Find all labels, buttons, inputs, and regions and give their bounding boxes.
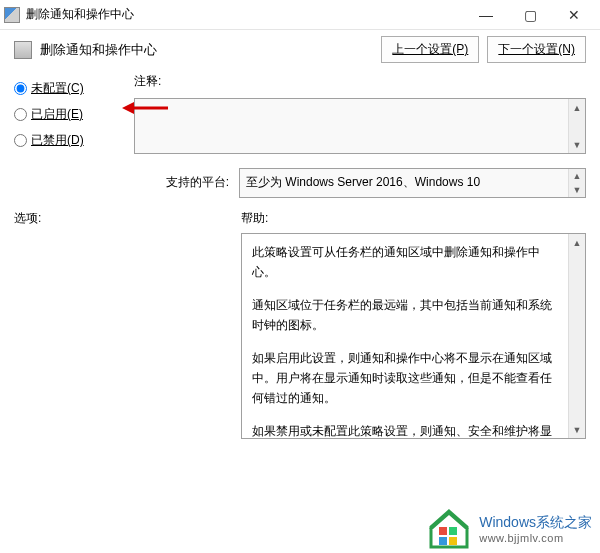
scroll-down-icon[interactable]: ▼ (569, 421, 585, 438)
radio-group: 未配置(C) 已启用(E) 已禁用(D) (14, 73, 124, 155)
radio-disabled[interactable]: 已禁用(D) (14, 129, 124, 151)
comment-scrollbar[interactable]: ▲ ▼ (568, 99, 585, 153)
app-icon (4, 7, 20, 23)
bottom-section: 选项: 帮助: 此策略设置可从任务栏的通知区域中删除通知和操作中心。 通知区域位… (0, 198, 600, 439)
window-title: 删除通知和操作中心 (26, 6, 464, 23)
supported-on-box: 至少为 Windows Server 2016、Windows 10 ▲ ▼ (239, 168, 586, 198)
watermark: Windows系统之家 www.bjjmlv.com (419, 505, 600, 553)
svg-rect-6 (449, 537, 457, 545)
config-area: 未配置(C) 已启用(E) 已禁用(D) 注释: ▲ ▼ 支持的平台: (0, 73, 600, 198)
minimize-button[interactable]: — (464, 0, 508, 29)
scroll-up-icon[interactable]: ▲ (569, 99, 585, 116)
titlebar: 删除通知和操作中心 — ▢ ✕ (0, 0, 600, 30)
scroll-down-icon[interactable]: ▼ (569, 183, 585, 197)
policy-icon (14, 41, 32, 59)
policy-title: 删除通知和操作中心 (40, 41, 381, 59)
watermark-brand: Windows系统之家 (479, 514, 592, 532)
radio-not-configured-input[interactable] (14, 82, 27, 95)
radio-enabled[interactable]: 已启用(E) (14, 103, 124, 125)
svg-marker-7 (429, 511, 469, 529)
help-paragraph: 如果禁用或未配置此策略设置，则通知、安全和维护将显示在任务栏中。 (252, 421, 558, 438)
help-paragraph: 如果启用此设置，则通知和操作中心将不显示在通知区域中。用户将在显示通知时读取这些… (252, 348, 558, 409)
radio-not-configured-label: 未配置(C) (31, 77, 84, 99)
help-paragraph: 此策略设置可从任务栏的通知区域中删除通知和操作中心。 (252, 242, 558, 283)
help-textbox: 此策略设置可从任务栏的通知区域中删除通知和操作中心。 通知区域位于任务栏的最远端… (241, 233, 586, 439)
radio-disabled-input[interactable] (14, 134, 27, 147)
scroll-down-icon[interactable]: ▼ (569, 136, 585, 153)
watermark-url: www.bjjmlv.com (479, 532, 592, 544)
options-column: 选项: (14, 210, 229, 439)
radio-enabled-input[interactable] (14, 108, 27, 121)
help-label: 帮助: (241, 210, 586, 227)
svg-rect-5 (439, 537, 447, 545)
svg-rect-3 (439, 527, 447, 535)
nav-buttons: 上一个设置(P) 下一个设置(N) (381, 36, 586, 63)
next-setting-button[interactable]: 下一个设置(N) (487, 36, 586, 63)
options-label: 选项: (14, 210, 229, 227)
close-button[interactable]: ✕ (552, 0, 596, 29)
prev-setting-button[interactable]: 上一个设置(P) (381, 36, 479, 63)
radio-enabled-label: 已启用(E) (31, 103, 83, 125)
comment-text (135, 99, 568, 153)
supported-scrollbar[interactable]: ▲ ▼ (568, 169, 585, 197)
radio-disabled-label: 已禁用(D) (31, 129, 84, 151)
supported-on-text: 至少为 Windows Server 2016、Windows 10 (240, 169, 568, 197)
radio-not-configured[interactable]: 未配置(C) (14, 77, 124, 99)
help-scrollbar[interactable]: ▲ ▼ (568, 234, 585, 438)
watermark-text-wrap: Windows系统之家 www.bjjmlv.com (479, 514, 592, 544)
scroll-up-icon[interactable]: ▲ (569, 234, 585, 251)
svg-rect-4 (449, 527, 457, 535)
comment-textbox[interactable]: ▲ ▼ (134, 98, 586, 154)
logo-house-icon (427, 509, 471, 549)
comment-label: 注释: (134, 73, 586, 90)
supported-on-label: 支持的平台: (134, 168, 229, 191)
help-paragraph: 通知区域位于任务栏的最远端，其中包括当前通知和系统时钟的图标。 (252, 295, 558, 336)
scroll-up-icon[interactable]: ▲ (569, 169, 585, 183)
help-column: 帮助: 此策略设置可从任务栏的通知区域中删除通知和操作中心。 通知区域位于任务栏… (241, 210, 586, 439)
maximize-button[interactable]: ▢ (508, 0, 552, 29)
window-controls: — ▢ ✕ (464, 0, 596, 29)
header-row: 删除通知和操作中心 上一个设置(P) 下一个设置(N) (0, 30, 600, 73)
help-text: 此策略设置可从任务栏的通知区域中删除通知和操作中心。 通知区域位于任务栏的最远端… (242, 234, 568, 438)
